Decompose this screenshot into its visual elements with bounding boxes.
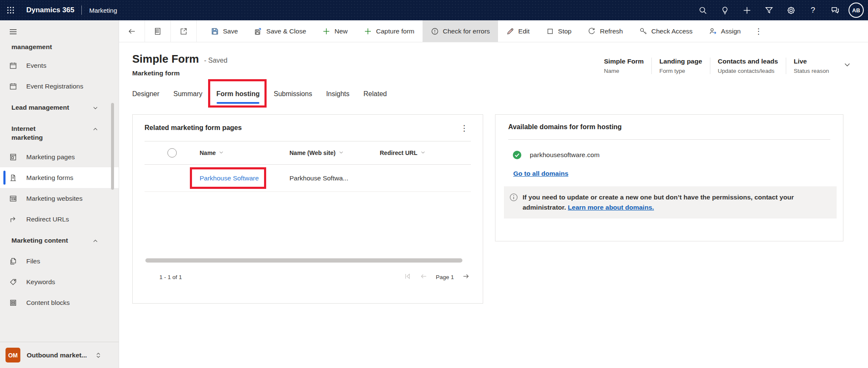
tab-form-hosting[interactable]: Form hosting [216, 90, 259, 104]
waffle-menu-icon[interactable] [0, 0, 21, 20]
tab-label: Insights [326, 90, 349, 97]
sidebar-item-content-blocks[interactable]: Content blocks [0, 292, 119, 313]
check-for-errors-button[interactable]: Check for errors [423, 20, 498, 42]
sidebar-group-lead-management[interactable]: Lead management [0, 97, 119, 118]
horizontal-scrollbar[interactable] [145, 258, 462, 263]
chevron-down-icon [417, 149, 426, 156]
chevron-up-icon [92, 237, 98, 246]
stop-button[interactable]: Stop [538, 20, 580, 42]
learn-more-domains-link[interactable]: Learn more about domains. [568, 204, 654, 211]
quick-create-plus-icon[interactable] [736, 0, 758, 20]
sidebar-item-marketing-forms[interactable]: Marketing forms [0, 167, 119, 188]
select-all-checkbox[interactable] [167, 148, 177, 158]
settings-gear-icon[interactable] [780, 0, 802, 20]
sidebar-item-event-registrations[interactable]: Event Registrations [0, 76, 119, 97]
refresh-button[interactable]: Refresh [579, 20, 631, 42]
chevron-down-icon [336, 149, 344, 156]
tab-related[interactable]: Related [364, 90, 387, 104]
sidebar-item-label: Keywords [26, 278, 55, 286]
tab-summary[interactable]: Summary [173, 90, 202, 104]
next-page-button[interactable] [462, 272, 470, 282]
card-more-button[interactable]: ⋮ [458, 123, 471, 133]
open-in-new-window-button[interactable] [171, 20, 197, 42]
field-value: Landing page [659, 58, 702, 65]
capture-form-button[interactable]: Capture form [356, 20, 422, 42]
sidebar-item-events[interactable]: Events [0, 55, 119, 76]
show-as-list-button[interactable] [145, 20, 171, 42]
column-header-website-name[interactable]: Name (Web site) [289, 149, 380, 156]
header-field-update-contacts: Contacts and leads Update contacts/leads [710, 58, 786, 74]
button-label: Capture form [376, 28, 414, 35]
first-page-button[interactable] [403, 272, 412, 282]
button-label: Stop [558, 28, 572, 35]
sidebar-group-marketing-content[interactable]: Marketing content [0, 230, 119, 251]
button-label: New [334, 28, 348, 35]
sidebar-group-label: Marketing content [11, 236, 68, 245]
domain-row: parkhousesoftware.com [512, 150, 830, 160]
go-to-all-domains-link[interactable]: Go to all domains [513, 170, 568, 177]
plus-icon [322, 27, 331, 36]
sidebar-item-marketing-pages[interactable]: Marketing pages [0, 147, 119, 167]
form-page-link[interactable]: Parkhouse Software [200, 174, 259, 182]
save-and-close-button[interactable]: Save & Close [246, 20, 314, 42]
sidebar-item-marketing-websites[interactable]: Marketing websites [0, 188, 119, 209]
tab-designer[interactable]: Designer [132, 90, 159, 104]
save-floppy-icon [211, 27, 219, 36]
record-header: Simple Form - Saved Marketing form Simpl… [119, 42, 868, 77]
tag-icon [9, 278, 17, 286]
chevron-up-down-icon [94, 352, 103, 359]
column-header-redirect-url[interactable]: Redirect URL [380, 149, 471, 156]
help-icon[interactable]: ? [802, 0, 824, 20]
info-icon [509, 193, 518, 202]
sidebar-item-files[interactable]: Files [0, 251, 119, 271]
chevron-down-icon [843, 61, 851, 69]
lightbulb-icon[interactable] [714, 0, 736, 20]
edit-button[interactable]: Edit [498, 20, 538, 42]
filter-icon[interactable] [758, 0, 780, 20]
sidebar-item-label: Marketing forms [26, 174, 73, 182]
header-expand-button[interactable] [843, 61, 851, 70]
info-text: If you need to update or create a new on… [523, 192, 827, 213]
sidebar-group-label: Lead management [11, 103, 69, 112]
search-icon[interactable] [692, 0, 714, 20]
site-map-sidebar: management Events Event Registrations Le… [0, 20, 119, 368]
area-switcher[interactable]: OM Outbound market... [0, 342, 119, 368]
back-button[interactable] [119, 20, 145, 42]
new-button[interactable]: New [314, 20, 356, 42]
feedback-chat-icon[interactable] [824, 0, 846, 20]
sidebar-item-keywords[interactable]: Keywords [0, 271, 119, 292]
field-value: Simple Form [604, 58, 644, 65]
assign-button[interactable]: Assign [701, 20, 749, 42]
header-field-form-type: Landing page Form type [651, 58, 710, 74]
tab-insights[interactable]: Insights [326, 90, 349, 104]
user-avatar[interactable]: AB [849, 3, 864, 18]
more-commands-button[interactable]: ⋮ [749, 20, 768, 42]
app-area-label[interactable]: Marketing [89, 7, 117, 14]
record-entity-type: Marketing form [132, 69, 228, 77]
field-label: Form type [659, 68, 702, 74]
tab-submissions[interactable]: Submissions [274, 90, 312, 104]
column-header-name[interactable]: Name [183, 149, 289, 156]
column-label: Redirect URL [380, 149, 417, 156]
save-button[interactable]: Save [203, 20, 246, 42]
sidebar-item-redirect-urls[interactable]: Redirect URLs [0, 209, 119, 230]
page-label: Page 1 [436, 274, 454, 280]
field-value: Contacts and leads [718, 58, 778, 65]
sitemap-collapse-button[interactable] [0, 20, 119, 43]
button-label: Check Access [651, 28, 693, 35]
previous-page-button[interactable] [420, 272, 428, 282]
calendar-icon [9, 82, 17, 91]
available-domains-card: Available domains for form hosting parkh… [495, 114, 843, 241]
area-badge: OM [6, 348, 20, 362]
chevron-down-icon [216, 149, 224, 156]
info-message: If you need to update or create a new on… [523, 194, 794, 211]
sidebar-group-internet-marketing[interactable]: Internet marketing [0, 118, 119, 147]
app-window: Dynamics 365 Marketing ? AB ma [0, 0, 868, 368]
record-count: 1 - 1 of 1 [159, 274, 182, 280]
sidebar-scrollbar-thumb[interactable] [111, 103, 114, 190]
check-access-button[interactable]: Check Access [631, 20, 701, 42]
button-label: Check for errors [443, 28, 490, 35]
tab-label: Submissions [274, 90, 312, 97]
divider [508, 139, 830, 140]
sidebar-item-label: Events [26, 62, 46, 69]
